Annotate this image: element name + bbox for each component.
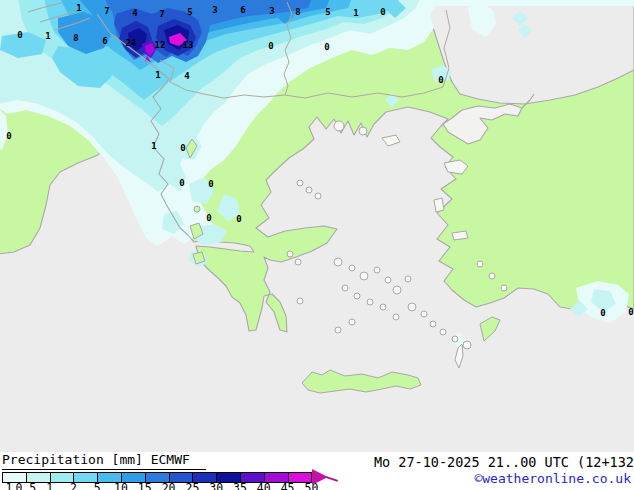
precip-value-label: 3 (269, 6, 274, 16)
precip-value-label: 13 (183, 40, 194, 50)
precip-value-label: 0 (180, 143, 185, 153)
precip-value-label: 3 (212, 5, 217, 15)
scale-tick-label: 0.5 (15, 481, 36, 490)
precip-value-label: 4 (184, 71, 190, 81)
precip-value-label: 0 (324, 42, 329, 52)
precip-value-label: 6 (240, 5, 245, 15)
precip-value-label: 6 (102, 36, 107, 46)
scale-tick-label: 5 (94, 481, 101, 490)
precip-value-label: 0 (17, 30, 22, 40)
precip-value-label: 24 (126, 38, 137, 48)
precip-value-label: 0 (600, 308, 605, 318)
precip-value-label: 7 (104, 6, 109, 16)
scale-tick-label: 30 (209, 481, 223, 490)
legend-title: Precipitation [mm] ECMWF (2, 452, 206, 470)
precip-value-label: 1 (155, 70, 160, 80)
precip-value-label: 0 (628, 307, 633, 317)
scale-tick-label: 40 (257, 481, 271, 490)
weather-map: 174753638510018624121300140100000000 (0, 0, 634, 452)
precip-value-label: 1 (76, 3, 81, 13)
precip-value-label: 0 (208, 179, 213, 189)
scale-tick-label: 0.1 (0, 481, 12, 490)
precipitation-map-svg: 174753638510018624121300140100000000 (0, 0, 634, 452)
precip-value-label: 0 (380, 7, 385, 17)
scale-tick-label: 35 (233, 481, 247, 490)
precip-value-label: 0 (438, 75, 443, 85)
precip-value-label: 0 (179, 178, 184, 188)
scale-tick-label: 2 (70, 481, 77, 490)
precip-value-label: 8 (73, 33, 78, 43)
precip-value-label: 8 (295, 7, 300, 17)
color-scale-bar (2, 472, 312, 481)
copyright-text: ©weatheronline.co.uk (474, 471, 631, 486)
legend-bar: Precipitation [mm] ECMWF 0.10.5125101520… (0, 452, 634, 490)
scale-tick-label: 45 (281, 481, 295, 490)
precip-value-label: 7 (159, 9, 164, 19)
precip-value-label: 1 (353, 8, 358, 18)
scale-tick-label: 1 (46, 481, 53, 490)
precip-value-label: 0 (206, 213, 211, 223)
precip-value-label: 1 (151, 141, 156, 151)
precip-value-label: 0 (236, 214, 241, 224)
precip-value-label: 5 (325, 7, 330, 17)
scale-tick-label: 10 (114, 481, 128, 490)
precip-value-label: 12 (155, 40, 166, 50)
precip-value-label: 5 (187, 7, 192, 17)
precip-value-label: 1 (45, 31, 50, 41)
precip-value-label: 0 (6, 131, 11, 141)
scale-tick-label: 20 (162, 481, 176, 490)
valid-time-text: Mo 27-10-2025 21..00 UTC (12+132 (374, 454, 634, 470)
precip-value-label: 0 (268, 41, 273, 51)
scale-tick-label: 25 (185, 481, 199, 490)
precip-value-label: 4 (132, 8, 138, 18)
scale-tick-label: 15 (138, 481, 152, 490)
